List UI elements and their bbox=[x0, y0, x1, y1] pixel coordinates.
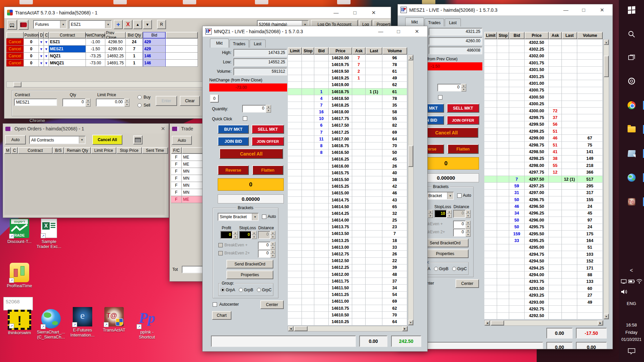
ladder-stop-cell[interactable] bbox=[497, 313, 509, 319]
ladder-stop-cell[interactable] bbox=[497, 196, 509, 203]
ladder-ask-cell[interactable] bbox=[352, 305, 366, 312]
ladder-ask-cell[interactable]: 72 bbox=[549, 108, 562, 114]
main-title-bar[interactable]: TransActAT 5.7.0.3 - haimda(52068) - 1 —… bbox=[4, 7, 391, 18]
ladder-stop-cell[interactable] bbox=[497, 135, 509, 141]
ladder-limit-cell[interactable] bbox=[484, 231, 497, 237]
sell-radio[interactable] bbox=[138, 103, 142, 107]
ladder-limit-cell[interactable] bbox=[288, 116, 302, 122]
ladder-ask-cell[interactable] bbox=[352, 129, 366, 136]
ladder-column-header[interactable]: Ask bbox=[352, 47, 366, 55]
ladder-limit-cell[interactable] bbox=[288, 136, 302, 142]
ladder-limit-cell[interactable] bbox=[484, 73, 497, 80]
ladder-column-header[interactable]: Last bbox=[562, 32, 577, 39]
ladder-stop-cell[interactable] bbox=[302, 142, 314, 149]
ladder-stop-cell[interactable] bbox=[497, 46, 509, 53]
cancel-order-button[interactable]: Cancel bbox=[6, 53, 24, 60]
ladder-ask-cell[interactable] bbox=[549, 67, 562, 73]
ladder-limit-cell[interactable] bbox=[288, 149, 302, 156]
ladder-limit-cell[interactable] bbox=[484, 306, 497, 312]
ladder-bid-cell[interactable] bbox=[509, 101, 525, 108]
ladder-bid-cell[interactable] bbox=[314, 61, 329, 68]
move-up-button[interactable]: ▲ bbox=[133, 20, 142, 29]
flatten-button[interactable]: Flatten bbox=[252, 165, 283, 175]
remove-contract-button[interactable]: X bbox=[123, 20, 132, 29]
scroll-left-icon[interactable]: ◀ bbox=[288, 326, 293, 331]
chevron-down-icon[interactable]: ▼ bbox=[79, 136, 85, 143]
group-radio-grpa[interactable] bbox=[221, 288, 225, 292]
column-header[interactable]: Contract bbox=[49, 32, 86, 39]
ladder-bid-cell[interactable] bbox=[509, 313, 525, 319]
ladder-ask-cell[interactable] bbox=[352, 163, 366, 170]
sticky-note[interactable]: 52068 bbox=[3, 297, 33, 310]
ladder-stop-cell[interactable] bbox=[497, 156, 509, 162]
tab-mkt[interactable]: Mkt bbox=[405, 17, 424, 26]
ladder-stop-cell[interactable] bbox=[497, 73, 509, 80]
ladder-stop-cell[interactable] bbox=[302, 129, 314, 136]
ladder-ask-cell[interactable] bbox=[549, 210, 562, 217]
stoploss-stepper[interactable]: 0▲▼ bbox=[239, 231, 257, 239]
ladder-bid-cell[interactable] bbox=[314, 312, 329, 318]
ladder-ask-cell[interactable]: 2 bbox=[352, 68, 366, 75]
ladder-ask-cell[interactable] bbox=[352, 156, 366, 163]
column-header[interactable]: Position bbox=[24, 32, 39, 39]
ladder-stop-cell[interactable] bbox=[302, 210, 314, 217]
ladder-stop-cell[interactable] bbox=[497, 279, 509, 285]
autocenter-checkbox[interactable] bbox=[213, 302, 217, 307]
ladder-stop-cell[interactable] bbox=[497, 108, 509, 114]
ladder-ask-cell[interactable] bbox=[352, 176, 366, 183]
ladder-limit-cell[interactable] bbox=[484, 272, 497, 278]
tab-trades[interactable]: Trades bbox=[425, 18, 444, 26]
ladder-stop-cell[interactable] bbox=[302, 136, 314, 142]
ladder-ask-cell[interactable] bbox=[352, 142, 366, 149]
bid-cell[interactable]: 146 bbox=[143, 53, 166, 60]
ladder-bid-cell[interactable]: 50 bbox=[509, 217, 525, 224]
ladder-ask-cell[interactable] bbox=[549, 244, 562, 251]
ladder-ask-cell[interactable] bbox=[352, 231, 366, 237]
ladder-limit-cell[interactable] bbox=[288, 237, 302, 244]
ladder-ask-cell[interactable] bbox=[352, 82, 366, 88]
ladder-limit-cell[interactable] bbox=[484, 87, 497, 94]
taskbar-file-explorer-icon[interactable] bbox=[627, 125, 636, 134]
ladder-limit-cell[interactable] bbox=[484, 251, 497, 258]
ladder-limit-cell[interactable] bbox=[288, 183, 302, 190]
ladder-stop-cell[interactable] bbox=[497, 60, 509, 66]
ladder-stop-cell[interactable] bbox=[497, 53, 509, 60]
bid-cell[interactable]: 429 bbox=[143, 46, 166, 53]
cancel-order-button[interactable]: Cancel bbox=[6, 60, 24, 67]
ladder-ask-cell[interactable] bbox=[549, 285, 562, 292]
close-icon[interactable]: ✕ bbox=[158, 124, 168, 134]
ladder-limit-cell[interactable] bbox=[288, 61, 302, 68]
top-icon-sliver[interactable] bbox=[113, 0, 127, 4]
ladder-bid-cell[interactable] bbox=[314, 197, 329, 203]
ladder-bid-cell[interactable] bbox=[509, 279, 525, 285]
ladder-ask-cell[interactable] bbox=[352, 292, 366, 298]
ladder-bid-cell[interactable]: 16 bbox=[314, 109, 329, 116]
taskbar-sierrachart-globe-icon[interactable] bbox=[627, 173, 636, 182]
ladder-bid-cell[interactable] bbox=[314, 176, 329, 183]
ladder-bid-cell[interactable]: 6 bbox=[314, 122, 329, 129]
ladder-limit-cell[interactable] bbox=[484, 176, 497, 183]
dom-title-bar[interactable]: MESZ1 - LIVE - haimda(52068) - 1 5.7.0.3… bbox=[398, 4, 612, 16]
d-arrow-button[interactable]: ▼ bbox=[39, 39, 44, 46]
ladder-ask-cell[interactable] bbox=[549, 279, 562, 285]
ladder-limit-cell[interactable] bbox=[484, 224, 497, 231]
category-combo[interactable]: Futures▼ bbox=[33, 20, 67, 29]
ladder-stop-cell[interactable] bbox=[302, 258, 314, 264]
ladder-ask-cell[interactable] bbox=[352, 318, 366, 325]
ladder-bid-cell[interactable] bbox=[314, 271, 329, 278]
ladder-stop-cell[interactable] bbox=[302, 75, 314, 82]
ladder-bid-cell[interactable]: 4 bbox=[314, 95, 329, 102]
ladder-bid-cell[interactable] bbox=[314, 251, 329, 257]
ladder-stop-cell[interactable] bbox=[302, 251, 314, 257]
ladder-limit-cell[interactable] bbox=[484, 210, 497, 217]
ladder-limit-cell[interactable] bbox=[484, 108, 497, 114]
ladder-stop-cell[interactable] bbox=[302, 285, 314, 291]
breakeven2-stepper[interactable]: 0▲▼ bbox=[258, 250, 275, 258]
ladder-bid-cell[interactable] bbox=[509, 121, 525, 128]
maximize-button[interactable]: □ bbox=[575, 4, 592, 15]
enter-button[interactable]: Enter bbox=[156, 96, 177, 106]
ladder-ask-cell[interactable]: 38 bbox=[549, 156, 562, 162]
ladder-bid-cell[interactable]: 59 bbox=[509, 183, 525, 189]
ladder-ask-cell[interactable] bbox=[549, 46, 562, 53]
group-radio-grpb[interactable] bbox=[434, 267, 438, 271]
